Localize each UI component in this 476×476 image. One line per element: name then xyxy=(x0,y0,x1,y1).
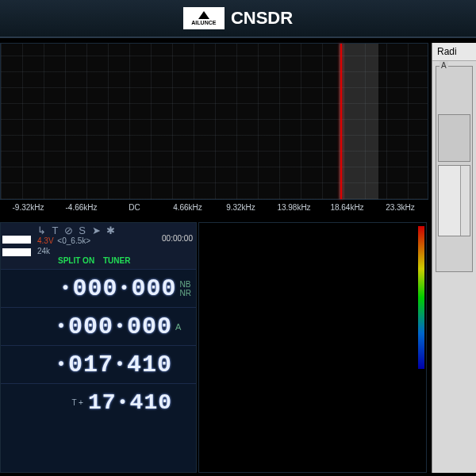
title-bar: AILUNCE CNSDR xyxy=(0,0,476,38)
status-block: ↳ T ⊘ S ➤ ✱ 4.3V <0_6.5k> 00:00:00 24k S… xyxy=(34,223,196,269)
freq-display-d: 17•410 xyxy=(88,390,172,415)
vfo-a-label[interactable]: A xyxy=(175,322,191,332)
freq-row-b[interactable]: •000•000 A xyxy=(1,307,196,345)
radio-control-panel: ↳ T ⊘ S ➤ ✱ 4.3V <0_6.5k> 00:00:00 24k S… xyxy=(0,222,197,473)
freq-display-c: •017•410 xyxy=(55,351,172,378)
xtick: 4.66kHz xyxy=(161,203,214,212)
scrollbar[interactable] xyxy=(460,166,470,236)
xtick: -4.66kHz xyxy=(55,203,108,212)
freq-row-d[interactable]: T + 17•410 xyxy=(1,383,196,421)
side-subgroup-1 xyxy=(438,114,470,162)
freq-row-a[interactable]: •000•000 NB NR xyxy=(1,269,196,307)
meter-bar xyxy=(2,236,31,244)
app-title: CNSDR xyxy=(231,8,293,29)
nb-label[interactable]: NB xyxy=(180,280,191,289)
timer-readout: 00:00:00 xyxy=(162,234,193,243)
tx-offset-prefix: T + xyxy=(71,398,83,407)
xtick: 9.32kHz xyxy=(214,203,267,212)
freq-display-b: •000•000 xyxy=(55,313,172,340)
side-panel: Radi A xyxy=(432,43,476,473)
waterfall-colorbar xyxy=(418,226,424,369)
nr-label[interactable]: NR xyxy=(180,289,191,298)
passband-selection[interactable] xyxy=(339,44,378,199)
status-row: ↳ T ⊘ S ➤ ✱ 4.3V <0_6.5k> 00:00:00 24k S… xyxy=(1,223,196,269)
xtick: -9.32kHz xyxy=(2,203,55,212)
spectrum-x-axis: -9.32kHz -4.66kHz DC 4.66kHz 9.32kHz 13.… xyxy=(0,200,428,212)
xtick: DC xyxy=(108,203,161,212)
freq-display-a: •000•000 xyxy=(59,275,176,302)
xtick: 18.64kHz xyxy=(321,203,374,212)
antenna-icon: T xyxy=(52,225,60,236)
spectrum-display[interactable] xyxy=(0,43,428,200)
bluetooth-icon: ✱ xyxy=(106,225,117,236)
signal-meters xyxy=(1,223,34,269)
side-subgroup-2 xyxy=(438,165,470,236)
split-indicator[interactable]: SPLIT ON xyxy=(58,256,94,265)
link-icon: ↳ xyxy=(37,225,48,236)
voltage-readout: 4.3V xyxy=(37,236,54,245)
brand-text: AILUNCE xyxy=(191,20,216,25)
radio-tab[interactable]: Radi xyxy=(432,43,476,61)
spectrum-panel: -9.32kHz -4.66kHz DC 4.66kHz 9.32kHz 13.… xyxy=(0,43,428,222)
side-group-a: A xyxy=(436,66,473,272)
filter-readout: <0_6.5k> xyxy=(57,236,90,245)
block-icon: ⊘ xyxy=(64,225,75,236)
tuner-indicator[interactable]: TUNER xyxy=(103,256,130,265)
nav-icon: ➤ xyxy=(92,225,102,236)
freq-row-c[interactable]: •017•410 xyxy=(1,345,196,383)
signal-icon: S xyxy=(79,225,87,236)
samplerate-readout: 24k xyxy=(37,247,50,255)
xtick: 23.3kHz xyxy=(374,203,427,212)
meter-bar xyxy=(2,248,31,256)
xtick: 13.98kHz xyxy=(267,203,321,212)
group-label-a: A xyxy=(440,61,448,70)
brand-logo: AILUNCE xyxy=(183,7,225,29)
waterfall-display[interactable] xyxy=(198,222,427,473)
tune-cursor[interactable] xyxy=(340,44,342,199)
